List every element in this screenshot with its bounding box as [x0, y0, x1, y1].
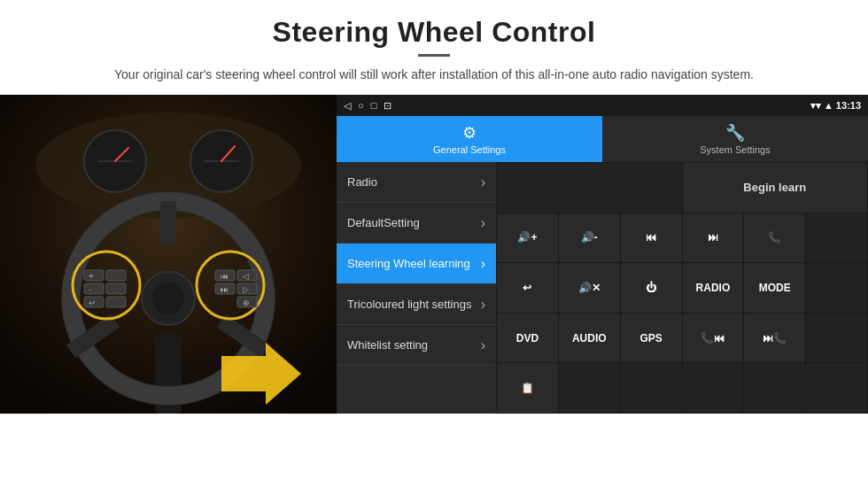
menu-steering-label: Steering Wheel learning — [347, 257, 470, 270]
svg-rect-16 — [84, 283, 104, 294]
vol-up-icon: 🔊+ — [517, 231, 537, 244]
ctrl-empty-8 — [744, 363, 805, 413]
ctrl-power[interactable]: ⏻ — [621, 263, 682, 313]
menu-item-default-setting[interactable]: DefaultSetting › — [337, 203, 496, 244]
chevron-icon: › — [481, 297, 485, 313]
svg-text:⏮: ⏮ — [221, 272, 229, 281]
ctrl-audio[interactable]: AUDIO — [559, 314, 620, 363]
ctrl-next[interactable]: ⏭ — [683, 213, 744, 263]
right-controls: Begin learn 🔊+ 🔊- ⏮ ⏭ 📞 — [496, 162, 868, 414]
ctrl-mode[interactable]: MODE — [744, 263, 805, 313]
svg-rect-15 — [84, 270, 104, 281]
status-bar: ◁ ○ □ ⊡ ▾▾ ▲ 13:13 — [337, 95, 868, 116]
ctrl-list[interactable]: 📋 — [497, 363, 558, 413]
ctrl-empty-9 — [806, 363, 867, 413]
gps-label: GPS — [639, 332, 662, 345]
call-next-icon: ⏭📞 — [763, 332, 787, 345]
tab-general-label: General Settings — [433, 144, 506, 155]
status-bar-time: ▾▾ ▲ 13:13 — [810, 100, 861, 112]
ctrl-empty-4 — [806, 314, 867, 363]
signal-icon: ▾▾ — [810, 100, 821, 111]
vol-down-icon: 🔊- — [581, 231, 598, 244]
wifi-icon: ▲ — [824, 100, 833, 111]
ctrl-gps[interactable]: GPS — [621, 314, 682, 363]
menu-default-label: DefaultSetting — [347, 216, 420, 229]
ctrl-empty-3 — [806, 263, 867, 313]
svg-text:↩: ↩ — [89, 298, 96, 307]
svg-text:⏭: ⏭ — [221, 285, 229, 294]
ctrl-empty-6 — [621, 363, 682, 413]
list-icon: 📋 — [521, 382, 534, 394]
power-icon: ⏻ — [646, 282, 656, 294]
menu-tricoloured-label: Tricoloured light settings — [347, 298, 471, 311]
ctrl-empty-2 — [806, 213, 867, 263]
ctrl-radio[interactable]: RADIO — [683, 263, 744, 313]
radio-label: RADIO — [696, 282, 731, 294]
title-divider — [418, 54, 450, 57]
svg-rect-19 — [106, 283, 126, 294]
recents-icon[interactable]: □ — [371, 100, 377, 112]
page-header: Steering Wheel Control Your original car… — [0, 0, 868, 93]
next-icon: ⏭ — [708, 231, 718, 244]
general-settings-icon: ⚙ — [462, 123, 477, 143]
home-icon[interactable]: ○ — [358, 100, 364, 112]
steering-wheel-svg: + - ↩ ⏮ ⏭ ◁ ▷ ⊕ — [0, 95, 337, 414]
svg-text:⊕: ⊕ — [243, 298, 250, 307]
tab-general-settings[interactable]: ⚙ General Settings — [337, 116, 602, 162]
left-menu: Radio › DefaultSetting › Steering Wheel … — [337, 162, 496, 414]
prev-icon: ⏮ — [646, 231, 656, 244]
car-background: + - ↩ ⏮ ⏭ ◁ ▷ ⊕ — [0, 95, 337, 414]
status-bar-nav: ◁ ○ □ ⊡ — [344, 100, 391, 112]
dvd-label: DVD — [516, 332, 539, 345]
call-prev-icon: 📞⏮ — [701, 332, 725, 345]
chevron-icon: › — [481, 174, 485, 190]
svg-text:◁: ◁ — [243, 272, 249, 281]
svg-point-13 — [152, 283, 184, 314]
back-icon[interactable]: ◁ — [344, 100, 351, 112]
svg-text:▷: ▷ — [243, 285, 249, 294]
ctrl-prev[interactable]: ⏮ — [621, 213, 682, 263]
chevron-icon: › — [481, 256, 485, 272]
audio-label: AUDIO — [572, 332, 607, 345]
menu-item-tricoloured[interactable]: Tricoloured light settings › — [337, 284, 496, 325]
time-display: 13:13 — [836, 100, 861, 111]
system-settings-icon: 🔧 — [725, 123, 745, 143]
android-ui: ◁ ○ □ ⊡ ▾▾ ▲ 13:13 ⚙ General Settings 🔧 … — [337, 95, 868, 414]
menu-item-steering-wheel[interactable]: Steering Wheel learning › — [337, 244, 496, 284]
ctrl-call-next[interactable]: ⏭📞 — [744, 314, 805, 363]
ctrl-empty-1 — [497, 163, 682, 213]
mode-label: MODE — [759, 282, 791, 294]
ctrl-hang-up[interactable]: ↩ — [497, 263, 558, 313]
tab-bar: ⚙ General Settings 🔧 System Settings — [337, 116, 868, 162]
ctrl-empty-7 — [683, 363, 744, 413]
cast-icon[interactable]: ⊡ — [384, 100, 391, 112]
menu-item-radio[interactable]: Radio › — [337, 162, 496, 203]
svg-rect-20 — [106, 297, 126, 307]
menu-whitelist-label: Whitelist setting — [347, 338, 428, 352]
call-icon: 📞 — [768, 231, 781, 244]
car-image-section: + - ↩ ⏮ ⏭ ◁ ▷ ⊕ — [0, 95, 337, 414]
tab-system-settings[interactable]: 🔧 System Settings — [602, 116, 868, 162]
tab-system-label: System Settings — [700, 144, 770, 155]
svg-text:+: + — [89, 271, 94, 281]
ctrl-dvd[interactable]: DVD — [497, 314, 558, 363]
ctrl-mute[interactable]: 🔊✕ — [559, 263, 620, 313]
svg-text:-: - — [89, 285, 91, 294]
ctrl-call-prev[interactable]: 📞⏮ — [683, 314, 744, 363]
chevron-icon: › — [481, 337, 485, 353]
main-content: + - ↩ ⏮ ⏭ ◁ ▷ ⊕ — [0, 95, 868, 414]
menu-radio-label: Radio — [347, 175, 377, 189]
header-subtitle: Your original car's steering wheel contr… — [18, 66, 850, 84]
ctrl-call[interactable]: 📞 — [744, 213, 805, 263]
begin-learn-button[interactable]: Begin learn — [683, 163, 868, 213]
svg-rect-18 — [106, 270, 126, 281]
ctrl-vol-up[interactable]: 🔊+ — [497, 213, 558, 263]
ctrl-empty-5 — [559, 363, 620, 413]
chevron-icon: › — [481, 215, 485, 231]
menu-item-whitelist[interactable]: Whitelist setting › — [337, 325, 496, 366]
mute-icon: 🔊✕ — [578, 282, 601, 294]
ctrl-vol-down[interactable]: 🔊- — [559, 213, 620, 263]
content-area: Radio › DefaultSetting › Steering Wheel … — [337, 162, 868, 414]
page-title: Steering Wheel Control — [18, 16, 850, 49]
hang-up-icon: ↩ — [523, 282, 531, 294]
